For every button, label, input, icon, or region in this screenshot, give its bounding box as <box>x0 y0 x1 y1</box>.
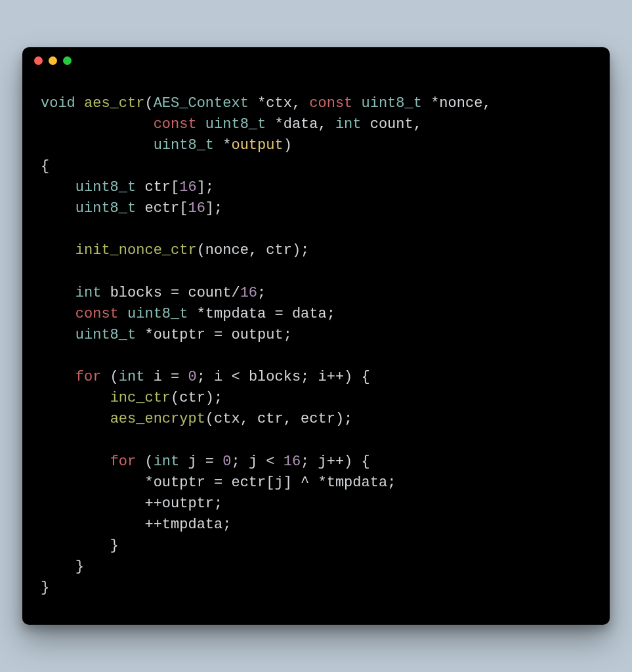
code-token-id: nonce <box>205 242 249 259</box>
zoom-icon[interactable] <box>63 56 72 65</box>
code-token-punct: ++) { <box>327 453 370 470</box>
code-token-punct: * <box>136 327 153 343</box>
code-token-punct <box>197 116 205 133</box>
code-token-punct: = <box>162 369 188 385</box>
code-token-punct: = <box>266 306 292 322</box>
code-token-punct: ( <box>101 369 118 385</box>
code-token-punct <box>179 453 188 470</box>
minimize-icon[interactable] <box>49 56 57 65</box>
code-token-id: data <box>292 306 327 322</box>
code-token-type: uint8_t <box>362 95 422 112</box>
code-line: uint8_t ctr[16]; <box>41 179 214 196</box>
code-token-punct <box>101 285 110 301</box>
code-token-punct: < <box>257 453 284 470</box>
code-token-type: AES_Context <box>154 95 249 112</box>
code-token-type: uint8_t <box>205 116 266 133</box>
close-icon[interactable] <box>34 56 43 65</box>
code-block: void aes_ctr(AES_Context *ctx, const uin… <box>22 75 610 625</box>
code-token-kw: const <box>75 306 119 322</box>
code-token-punct <box>75 95 84 112</box>
code-token-num: 16 <box>284 453 301 470</box>
code-token-id: ctx <box>266 95 292 112</box>
code-token-id: outptr <box>154 474 205 491</box>
code-token-punct: = <box>205 327 232 343</box>
code-token-punct: ; <box>284 327 292 343</box>
code-token-punct: ; <box>214 495 222 512</box>
code-token-id: tmpdata <box>327 474 387 491</box>
code-token-punct <box>119 306 127 322</box>
code-token-punct: , <box>318 116 335 133</box>
code-token-id: ctr <box>257 411 284 427</box>
code-line: void aes_ctr(AES_Context *ctx, const uin… <box>41 95 492 112</box>
code-token-punct: ++ <box>41 495 162 512</box>
code-token-param: output <box>231 137 283 154</box>
code-token-num: 0 <box>188 369 196 385</box>
code-token-punct <box>41 453 110 470</box>
code-token-kw: for <box>75 369 102 385</box>
code-line: int blocks = count/16; <box>41 285 266 301</box>
code-token-id: tmpdata <box>162 516 222 533</box>
code-token-punct: , <box>413 116 422 133</box>
code-line: } <box>41 537 119 554</box>
code-token-punct <box>352 95 361 112</box>
code-token-num: 16 <box>188 200 205 217</box>
code-token-id: j <box>274 474 283 491</box>
code-line: ++tmpdata; <box>41 516 231 533</box>
code-window: void aes_ctr(AES_Context *ctx, const uin… <box>22 47 610 625</box>
code-token-type: int <box>119 369 145 385</box>
code-token-type: int <box>75 285 102 301</box>
code-line: for (int j = 0; j < 16; j++) { <box>41 453 370 470</box>
code-token-punct <box>41 200 75 217</box>
code-token-punct <box>136 200 144 217</box>
code-token-id: outptr <box>162 495 214 512</box>
code-token-id: nonce <box>439 95 482 112</box>
code-token-type: uint8_t <box>75 179 136 196</box>
code-token-id: blocks <box>249 369 301 385</box>
code-token-id: i <box>318 369 327 385</box>
code-token-fn: aes_encrypt <box>110 411 205 427</box>
code-token-num: 16 <box>179 179 196 196</box>
code-token-punct: ; <box>197 369 214 385</box>
code-token-punct <box>41 411 110 427</box>
code-token-type: int <box>154 453 180 470</box>
code-token-punct: * <box>249 95 266 112</box>
code-token-fn: init_nonce_ctr <box>75 242 197 259</box>
code-token-punct: ; <box>231 453 248 470</box>
code-token-num: 0 <box>222 453 231 470</box>
code-token-punct: [ <box>171 179 179 196</box>
code-token-punct: ; <box>327 306 335 322</box>
code-token-punct: ; <box>222 516 231 533</box>
code-token-punct: ( <box>144 95 153 112</box>
code-line: { <box>41 158 49 175</box>
code-line: for (int i = 0; i < blocks; i++) { <box>41 369 370 385</box>
code-token-id: ctx <box>214 411 240 427</box>
code-line: const uint8_t *tmpdata = data; <box>41 306 335 322</box>
code-token-num: 16 <box>240 285 257 301</box>
code-token-punct: < <box>222 369 249 385</box>
code-token-id: ectr <box>231 474 266 491</box>
code-token-punct: , <box>284 411 301 427</box>
code-token-punct: ) <box>284 137 292 154</box>
code-line: } <box>41 579 49 596</box>
code-token-id: i <box>214 369 222 385</box>
code-line: ++outptr; <box>41 495 222 512</box>
code-token-punct: * <box>188 306 205 322</box>
code-token-id: ctr <box>266 242 292 259</box>
code-token-punct <box>41 327 75 343</box>
code-token-id: j <box>188 453 196 470</box>
code-token-punct: * <box>422 95 439 112</box>
code-token-punct: = <box>197 453 223 470</box>
code-line: inc_ctr(ctr); <box>41 390 222 406</box>
code-token-kw: const <box>154 116 197 133</box>
code-token-punct: ; <box>301 369 318 385</box>
code-token-fn: inc_ctr <box>110 390 171 406</box>
code-line: uint8_t ectr[16]; <box>41 200 222 217</box>
code-token-id: ctr <box>144 179 171 196</box>
code-token-id: count <box>188 285 231 301</box>
code-token-punct: * <box>41 474 154 491</box>
code-token-id: ctr <box>179 390 205 406</box>
code-token-punct: , <box>292 95 309 112</box>
code-token-punct: , <box>482 95 491 112</box>
code-token-id: blocks <box>110 285 162 301</box>
code-token-type: uint8_t <box>127 306 188 322</box>
